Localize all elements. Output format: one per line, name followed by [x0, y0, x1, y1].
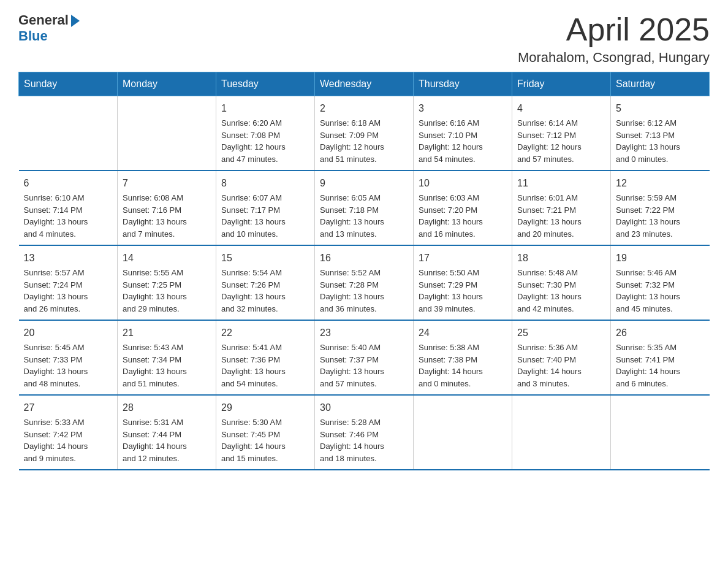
- day-number: 13: [24, 251, 113, 266]
- table-row: 14Sunrise: 5:55 AM Sunset: 7:25 PM Dayli…: [118, 245, 216, 320]
- day-number: 21: [123, 326, 211, 340]
- table-row: 22Sunrise: 5:41 AM Sunset: 7:36 PM Dayli…: [216, 320, 315, 395]
- calendar-week-row: 1Sunrise: 6:20 AM Sunset: 7:08 PM Daylig…: [19, 96, 710, 171]
- day-info: Sunrise: 5:36 AM Sunset: 7:40 PM Dayligh…: [517, 342, 605, 389]
- day-number: 14: [123, 251, 211, 266]
- day-number: 23: [320, 326, 408, 340]
- table-row: 10Sunrise: 6:03 AM Sunset: 7:20 PM Dayli…: [414, 170, 512, 245]
- day-number: 1: [221, 101, 309, 116]
- table-row: 15Sunrise: 5:54 AM Sunset: 7:26 PM Dayli…: [216, 245, 315, 320]
- day-info: Sunrise: 6:05 AM Sunset: 7:18 PM Dayligh…: [320, 192, 408, 240]
- day-number: 27: [24, 400, 113, 415]
- day-info: Sunrise: 6:20 AM Sunset: 7:08 PM Dayligh…: [221, 117, 309, 165]
- day-info: Sunrise: 5:38 AM Sunset: 7:38 PM Dayligh…: [419, 342, 507, 389]
- day-info: Sunrise: 6:18 AM Sunset: 7:09 PM Dayligh…: [320, 117, 408, 165]
- header-sunday: Sunday: [19, 72, 118, 96]
- day-number: 10: [419, 176, 507, 191]
- day-info: Sunrise: 5:46 AM Sunset: 7:32 PM Dayligh…: [616, 267, 705, 315]
- table-row: [512, 395, 611, 470]
- table-row: 20Sunrise: 5:45 AM Sunset: 7:33 PM Dayli…: [19, 320, 118, 395]
- day-info: Sunrise: 6:03 AM Sunset: 7:20 PM Dayligh…: [419, 192, 507, 240]
- table-row: 1Sunrise: 6:20 AM Sunset: 7:08 PM Daylig…: [216, 96, 315, 171]
- day-number: 6: [24, 176, 113, 191]
- table-row: [414, 395, 512, 470]
- day-number: 9: [320, 176, 408, 191]
- logo: General Blue: [18, 12, 80, 44]
- day-info: Sunrise: 5:41 AM Sunset: 7:36 PM Dayligh…: [221, 342, 309, 389]
- table-row: 24Sunrise: 5:38 AM Sunset: 7:38 PM Dayli…: [414, 320, 512, 395]
- calendar-week-row: 13Sunrise: 5:57 AM Sunset: 7:24 PM Dayli…: [19, 245, 710, 320]
- table-row: 25Sunrise: 5:36 AM Sunset: 7:40 PM Dayli…: [512, 320, 611, 395]
- day-number: 11: [517, 176, 605, 191]
- day-info: Sunrise: 5:59 AM Sunset: 7:22 PM Dayligh…: [616, 192, 705, 240]
- table-row: 3Sunrise: 6:16 AM Sunset: 7:10 PM Daylig…: [414, 96, 512, 171]
- day-info: Sunrise: 6:10 AM Sunset: 7:14 PM Dayligh…: [24, 192, 113, 240]
- day-info: Sunrise: 5:50 AM Sunset: 7:29 PM Dayligh…: [419, 267, 507, 315]
- table-row: 6Sunrise: 6:10 AM Sunset: 7:14 PM Daylig…: [19, 170, 118, 245]
- day-info: Sunrise: 5:55 AM Sunset: 7:25 PM Dayligh…: [123, 267, 211, 315]
- day-info: Sunrise: 6:16 AM Sunset: 7:10 PM Dayligh…: [419, 117, 507, 165]
- day-info: Sunrise: 5:30 AM Sunset: 7:45 PM Dayligh…: [221, 416, 309, 464]
- day-number: 29: [221, 400, 309, 415]
- day-info: Sunrise: 5:40 AM Sunset: 7:37 PM Dayligh…: [320, 342, 408, 389]
- table-row: 30Sunrise: 5:28 AM Sunset: 7:46 PM Dayli…: [315, 395, 414, 470]
- day-info: Sunrise: 5:28 AM Sunset: 7:46 PM Dayligh…: [320, 416, 408, 464]
- day-number: 17: [419, 251, 507, 266]
- table-row: [611, 395, 710, 470]
- table-row: [118, 96, 216, 171]
- table-row: 17Sunrise: 5:50 AM Sunset: 7:29 PM Dayli…: [414, 245, 512, 320]
- calendar-table: Sunday Monday Tuesday Wednesday Thursday…: [18, 72, 710, 470]
- table-row: [19, 96, 118, 171]
- day-number: 28: [123, 400, 211, 415]
- table-row: 23Sunrise: 5:40 AM Sunset: 7:37 PM Dayli…: [315, 320, 414, 395]
- table-row: 12Sunrise: 5:59 AM Sunset: 7:22 PM Dayli…: [611, 170, 710, 245]
- table-row: 8Sunrise: 6:07 AM Sunset: 7:17 PM Daylig…: [216, 170, 315, 245]
- day-info: Sunrise: 5:52 AM Sunset: 7:28 PM Dayligh…: [320, 267, 408, 315]
- calendar-week-row: 6Sunrise: 6:10 AM Sunset: 7:14 PM Daylig…: [19, 170, 710, 245]
- day-info: Sunrise: 6:12 AM Sunset: 7:13 PM Dayligh…: [616, 117, 705, 165]
- header-saturday: Saturday: [611, 72, 710, 96]
- header-monday: Monday: [118, 72, 216, 96]
- day-number: 26: [616, 326, 705, 340]
- table-row: 21Sunrise: 5:43 AM Sunset: 7:34 PM Dayli…: [118, 320, 216, 395]
- header-friday: Friday: [512, 72, 611, 96]
- title-section: April 2025 Morahalom, Csongrad, Hungary: [518, 12, 710, 66]
- location-subtitle: Morahalom, Csongrad, Hungary: [518, 50, 710, 66]
- header-wednesday: Wednesday: [315, 72, 414, 96]
- day-info: Sunrise: 5:54 AM Sunset: 7:26 PM Dayligh…: [221, 267, 309, 315]
- page-header: General Blue April 2025 Morahalom, Csong…: [18, 12, 710, 66]
- table-row: 13Sunrise: 5:57 AM Sunset: 7:24 PM Dayli…: [19, 245, 118, 320]
- day-info: Sunrise: 6:07 AM Sunset: 7:17 PM Dayligh…: [221, 192, 309, 240]
- day-number: 12: [616, 176, 705, 191]
- calendar-week-row: 27Sunrise: 5:33 AM Sunset: 7:42 PM Dayli…: [19, 395, 710, 470]
- day-number: 8: [221, 176, 309, 191]
- table-row: 5Sunrise: 6:12 AM Sunset: 7:13 PM Daylig…: [611, 96, 710, 171]
- day-number: 19: [616, 251, 705, 266]
- table-row: 11Sunrise: 6:01 AM Sunset: 7:21 PM Dayli…: [512, 170, 611, 245]
- weekday-header-row: Sunday Monday Tuesday Wednesday Thursday…: [19, 72, 710, 96]
- day-info: Sunrise: 5:57 AM Sunset: 7:24 PM Dayligh…: [24, 267, 113, 315]
- day-info: Sunrise: 5:45 AM Sunset: 7:33 PM Dayligh…: [24, 342, 113, 389]
- table-row: 2Sunrise: 6:18 AM Sunset: 7:09 PM Daylig…: [315, 96, 414, 171]
- day-number: 20: [24, 326, 113, 340]
- day-number: 2: [320, 101, 408, 116]
- month-year-title: April 2025: [518, 12, 710, 47]
- day-info: Sunrise: 5:48 AM Sunset: 7:30 PM Dayligh…: [517, 267, 605, 315]
- header-tuesday: Tuesday: [216, 72, 315, 96]
- day-number: 24: [419, 326, 507, 340]
- table-row: 28Sunrise: 5:31 AM Sunset: 7:44 PM Dayli…: [118, 395, 216, 470]
- day-number: 3: [419, 101, 507, 116]
- day-info: Sunrise: 6:14 AM Sunset: 7:12 PM Dayligh…: [517, 117, 605, 165]
- day-info: Sunrise: 5:33 AM Sunset: 7:42 PM Dayligh…: [24, 416, 113, 464]
- day-info: Sunrise: 6:01 AM Sunset: 7:21 PM Dayligh…: [517, 192, 605, 240]
- day-number: 18: [517, 251, 605, 266]
- day-info: Sunrise: 5:31 AM Sunset: 7:44 PM Dayligh…: [123, 416, 211, 464]
- logo-general-text: General: [18, 12, 69, 28]
- header-thursday: Thursday: [414, 72, 512, 96]
- logo-blue-text: Blue: [18, 28, 48, 44]
- day-info: Sunrise: 5:35 AM Sunset: 7:41 PM Dayligh…: [616, 342, 705, 389]
- table-row: 26Sunrise: 5:35 AM Sunset: 7:41 PM Dayli…: [611, 320, 710, 395]
- calendar-week-row: 20Sunrise: 5:45 AM Sunset: 7:33 PM Dayli…: [19, 320, 710, 395]
- day-number: 4: [517, 101, 605, 116]
- table-row: 27Sunrise: 5:33 AM Sunset: 7:42 PM Dayli…: [19, 395, 118, 470]
